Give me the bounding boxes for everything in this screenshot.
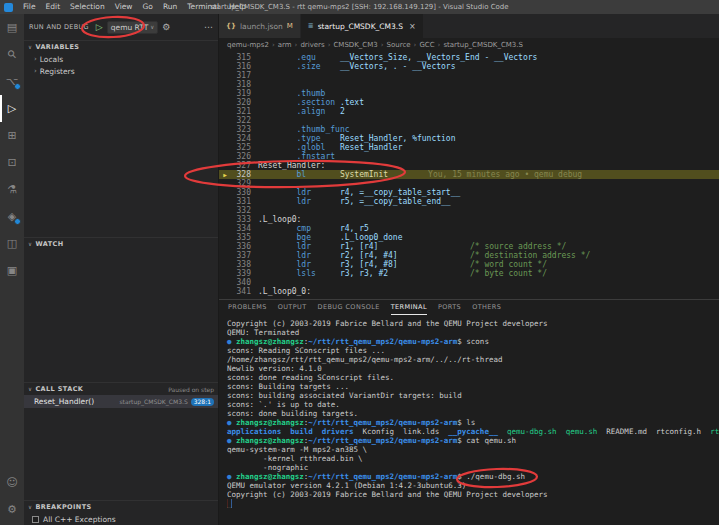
code-line-325[interactable]: 325 .globl Reset_Handler — [219, 143, 719, 152]
terminal-line: QEMU emulator version 4.2.1 (Debian 1:4.… — [227, 481, 719, 490]
debug-gear-icon[interactable]: ⚙ — [162, 22, 170, 32]
menu-go[interactable]: Go — [137, 0, 157, 14]
code-line-339[interactable]: 339 lsls r3, r3, #2 /* byte count */ — [219, 269, 719, 278]
code-line-337[interactable]: 337 ldr r2, [r4, #4] /* destination addr… — [219, 251, 719, 260]
breadcrumb-item[interactable]: startup_CMSDK_CM3.S — [443, 41, 523, 49]
code-line-324[interactable]: 324 .type Reset_Handler, %function — [219, 134, 719, 143]
pause-reason: Paused on step — [168, 386, 214, 393]
breadcrumb-item[interactable]: arm — [278, 41, 292, 49]
close-icon[interactable]: × — [409, 22, 416, 31]
breadcrumb-item[interactable]: Source — [387, 41, 411, 49]
code-line-329[interactable]: 329 — [219, 179, 719, 188]
line-number: 331 — [231, 197, 258, 206]
line-text: .align 2 — [258, 107, 345, 116]
remote-explorer-button[interactable]: ⊡ — [0, 149, 24, 176]
watch-section-header[interactable]: ∨ WATCH — [24, 238, 218, 250]
watch-section: ∨ WATCH — [24, 237, 218, 382]
code-line-315[interactable]: 315 .equ __Vectors_Size, __Vectors_End -… — [219, 53, 719, 62]
variables-item-registers[interactable]: ›Registers — [24, 65, 218, 77]
code-line-335[interactable]: 335 bge .L_loop0_done — [219, 233, 719, 242]
chevron-right-icon: › — [295, 41, 298, 49]
code-line-327[interactable]: 327Reset_Handler: — [219, 161, 719, 170]
line-text: bl SystemInitYou, 15 minutes ago • qemu … — [258, 170, 582, 179]
code-editor[interactable]: 315 .equ __Vectors_Size, __Vectors_End -… — [219, 51, 719, 299]
source-control-button[interactable]: ⌥ — [0, 68, 24, 95]
code-line-336[interactable]: 336 ldr r1, [r4] /* source address */ — [219, 242, 719, 251]
code-line-322[interactable]: 322 — [219, 116, 719, 125]
more-actions-icon[interactable]: ⋯ — [204, 22, 213, 32]
line-number: 326 — [231, 152, 258, 161]
terminal-line: applications build drivers Kconfig link.… — [227, 427, 719, 436]
breadcrumb-item[interactable]: drivers — [300, 41, 324, 49]
run-and-debug-button[interactable]: ▷ — [0, 95, 24, 122]
code-line-316[interactable]: 316 .size __Vectors, . - __Vectors — [219, 62, 719, 71]
call-stack-section-header[interactable]: ∨ CALL STACK Paused on step — [24, 383, 218, 395]
variables-item-locals[interactable]: ›Locals — [24, 53, 218, 65]
tab-startup_cmsdk_cm3-s[interactable]: ≣startup_CMSDK_CM3.S× — [301, 14, 424, 38]
menu-run[interactable]: Run — [158, 0, 182, 14]
tab-launch-json[interactable]: {}launch.jsonM — [219, 14, 301, 38]
variables-section-header[interactable]: ∨ VARIABLES — [24, 41, 218, 53]
settings-gear-button[interactable]: ⚙ — [0, 496, 24, 523]
breadcrumb-item[interactable]: CMSDK_CM3 — [333, 41, 377, 49]
code-line-317[interactable]: 317 — [219, 71, 719, 80]
line-number: 323 — [231, 125, 258, 134]
code-line-330[interactable]: 330 ldr r4, =__copy_table_start__ — [219, 188, 719, 197]
project-manager-button[interactable]: ▣ — [0, 257, 24, 284]
panel-tab-others[interactable]: OTHERS — [472, 300, 501, 315]
breadcrumb-item[interactable]: GCC — [419, 41, 434, 49]
menu-view[interactable]: View — [110, 0, 138, 14]
code-line-332[interactable]: 332 — [219, 206, 719, 215]
line-text: .globl Reset_Handler — [258, 143, 403, 152]
testing-button[interactable]: ⚗ — [0, 176, 24, 203]
panel-tab-debug-console[interactable]: DEBUG CONSOLE — [318, 300, 380, 315]
menu-edit[interactable]: Edit — [41, 0, 66, 14]
launch-config-dropdown[interactable]: qemu RTT ∨ — [107, 21, 159, 34]
glyph-margin — [219, 80, 231, 89]
call-stack-frame[interactable]: Reset_Handler()startup_CMSDK_CM3.S328:1 — [24, 395, 218, 408]
menu-file[interactable]: File — [18, 0, 41, 14]
code-line-328[interactable]: ▶328 bl SystemInitYou, 15 minutes ago • … — [219, 170, 719, 179]
explorer-button[interactable]: ▤ — [0, 14, 24, 41]
rt-thread-button[interactable]: ◈ — [0, 203, 24, 230]
panel-tab-terminal[interactable]: TERMINAL — [391, 300, 427, 315]
search-button[interactable]: ⚲ — [0, 41, 24, 68]
code-line-338[interactable]: 338 ldr r3, [r4, #8] /* word count */ — [219, 260, 719, 269]
code-line-323[interactable]: 323 .thumb_func — [219, 125, 719, 134]
line-number: 317 — [231, 71, 258, 80]
editor-tabs: {}launch.jsonM≣startup_CMSDK_CM3.S× — [219, 14, 719, 38]
accounts-button[interactable]: ☺ — [0, 469, 24, 496]
code-line-319[interactable]: 319 .thumb — [219, 89, 719, 98]
glyph-margin — [219, 287, 231, 296]
call-stack-label: CALL STACK — [35, 385, 83, 393]
code-line-331[interactable]: 331 ldr r5, =__copy_table_end__ — [219, 197, 719, 206]
serial-monitor-button[interactable]: ◫ — [0, 230, 24, 257]
terminal[interactable]: Copyright (c) 2003-2019 Fabrice Bellard … — [219, 315, 719, 525]
glyph-margin — [219, 224, 231, 233]
code-line-318[interactable]: 318 — [219, 80, 719, 89]
breadcrumb-item[interactable]: qemu-mps2 — [227, 41, 269, 49]
code-line-333[interactable]: 333.L_loop0: — [219, 215, 719, 224]
line-number: 337 — [231, 251, 258, 260]
code-line-340[interactable]: 340 — [219, 278, 719, 287]
code-line-341[interactable]: 341.L_loop0_0: — [219, 287, 719, 296]
line-text: ldr r2, [r4, #4] /* destination address … — [258, 251, 590, 260]
start-debugging-button[interactable]: ▷ — [96, 22, 103, 32]
breakpoint-checkbox[interactable] — [32, 516, 39, 523]
extensions-button[interactable]: ⊞ — [0, 122, 24, 149]
code-line-326[interactable]: 326 .fnstart — [219, 152, 719, 161]
line-number: 318 — [231, 80, 258, 89]
breakpoint-item[interactable]: All C++ Exceptions — [24, 513, 218, 525]
terminal-line: scons: `.' is up to date. — [227, 400, 719, 409]
tab-label: launch.json — [240, 22, 283, 31]
breakpoints-section-header[interactable]: ∨ BREAKPOINTS — [24, 501, 218, 513]
panel-tab-output[interactable]: OUTPUT — [278, 300, 307, 315]
code-line-334[interactable]: 334 cmp r4, r5 — [219, 224, 719, 233]
menu-selection[interactable]: Selection — [65, 0, 110, 14]
panel-tab-ports[interactable]: PORTS — [438, 300, 461, 315]
terminal-line: Newlib version: 4.1.0 — [227, 364, 719, 373]
code-line-320[interactable]: 320 .section .text — [219, 98, 719, 107]
panel-tab-problems[interactable]: PROBLEMS — [228, 300, 267, 315]
code-line-321[interactable]: 321 .align 2 — [219, 107, 719, 116]
line-number: 338 — [231, 260, 258, 269]
